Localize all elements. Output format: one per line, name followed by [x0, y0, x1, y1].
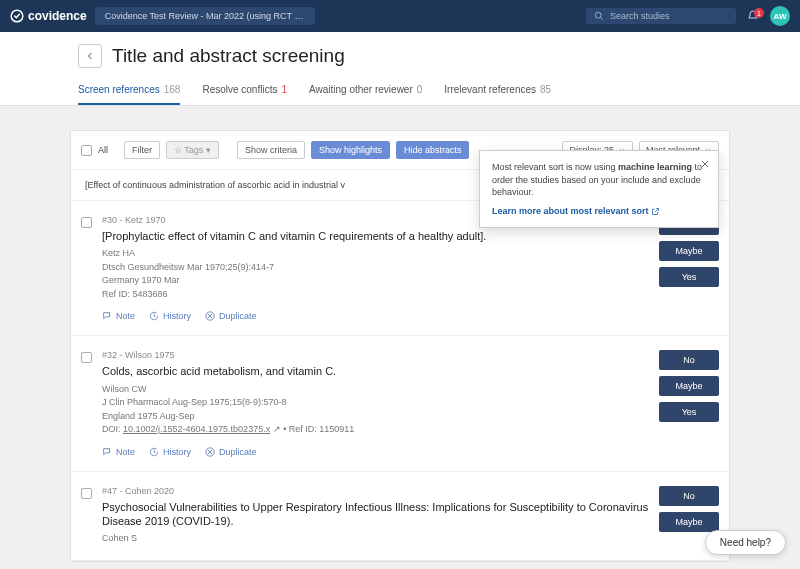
- search-placeholder: Search studies: [610, 11, 670, 21]
- study-id: #47 - Cohen 2020: [102, 486, 649, 496]
- search-icon: [594, 11, 604, 21]
- vote-maybe-button[interactable]: Maybe: [659, 512, 719, 532]
- duplicate-icon: [205, 311, 215, 321]
- study-row: #47 - Cohen 2020Psychosocial Vulnerabili…: [71, 472, 729, 561]
- history-action[interactable]: History: [149, 311, 191, 321]
- note-icon: [102, 311, 112, 321]
- study-meta: Ketz HADtsch Gesundheitsw Mar 1970;25(9)…: [102, 247, 649, 301]
- learn-more-link[interactable]: Learn more about most relevant sort: [492, 206, 660, 216]
- truncated-study-row: [Effect of continuous administration of …: [71, 170, 729, 201]
- screening-card: All Filter ☆ Tags ▾ Show criteria Show h…: [70, 130, 730, 562]
- tab-bar: Screen references168Resolve conflicts1Aw…: [78, 78, 722, 105]
- study-title: [Prophylactic effect of vitamin C and vi…: [102, 229, 649, 243]
- vote-yes-button[interactable]: Yes: [659, 402, 719, 422]
- brand-logo[interactable]: covidence: [10, 9, 87, 23]
- history-icon: [149, 447, 159, 457]
- page-title: Title and abstract screening: [112, 45, 345, 67]
- svg-point-1: [595, 12, 601, 18]
- vote-no-button[interactable]: No: [659, 486, 719, 506]
- duplicate-action[interactable]: Duplicate: [205, 311, 257, 321]
- hide-abstracts-button[interactable]: Hide abstracts: [396, 141, 470, 159]
- filter-button[interactable]: Filter: [124, 141, 160, 159]
- svg-line-2: [600, 17, 603, 20]
- vote-column: NoMaybeYes: [659, 215, 719, 321]
- vote-yes-button[interactable]: Yes: [659, 267, 719, 287]
- duplicate-action[interactable]: Duplicate: [205, 447, 257, 457]
- all-label: All: [98, 145, 108, 155]
- search-input[interactable]: Search studies: [586, 8, 736, 24]
- history-action[interactable]: History: [149, 447, 191, 457]
- close-icon: [700, 159, 710, 169]
- tab-awaiting-other-reviewer[interactable]: Awaiting other reviewer0: [309, 78, 422, 105]
- duplicate-icon: [205, 447, 215, 457]
- notifications-button[interactable]: 1: [744, 10, 762, 22]
- avatar[interactable]: AW: [770, 6, 790, 26]
- brand-name: covidence: [28, 9, 87, 23]
- study-id: #32 - Wilson 1975: [102, 350, 649, 360]
- history-icon: [149, 311, 159, 321]
- study-title: Psychosocial Vulnerabilities to Upper Re…: [102, 500, 649, 529]
- study-checkbox[interactable]: [81, 352, 92, 363]
- tags-button[interactable]: ☆ Tags ▾: [166, 141, 219, 159]
- vote-column: NoMaybeYes: [659, 350, 719, 456]
- study-title: Colds, ascorbic acid metabolism, and vit…: [102, 364, 649, 378]
- doi-link[interactable]: 10.1002/j.1552-4604.1975.tb02375.x: [123, 424, 270, 434]
- sort-info-popover: Most relevant sort is now using machine …: [479, 150, 719, 228]
- show-criteria-button[interactable]: Show criteria: [237, 141, 305, 159]
- note-icon: [102, 447, 112, 457]
- show-highlights-button[interactable]: Show highlights: [311, 141, 390, 159]
- logo-icon: [10, 9, 24, 23]
- tab-irrelevant-references[interactable]: Irrelevant references85: [444, 78, 551, 105]
- vote-maybe-button[interactable]: Maybe: [659, 376, 719, 396]
- back-button[interactable]: [78, 44, 102, 68]
- select-all-checkbox[interactable]: [81, 145, 92, 156]
- page-header: Title and abstract screening Screen refe…: [0, 32, 800, 106]
- close-popover-button[interactable]: [700, 159, 710, 173]
- note-action[interactable]: Note: [102, 447, 135, 457]
- study-checkbox[interactable]: [81, 217, 92, 228]
- external-link-icon: [651, 207, 660, 216]
- study-actions: NoteHistoryDuplicate: [102, 447, 649, 457]
- study-meta: Wilson CWJ Clin Pharmacol Aug-Sep 1975;1…: [102, 383, 649, 437]
- notif-badge: 1: [754, 8, 764, 18]
- study-checkbox[interactable]: [81, 488, 92, 499]
- arrow-left-icon: [84, 50, 96, 62]
- study-meta: Cohen S: [102, 532, 649, 546]
- help-button[interactable]: Need help?: [705, 530, 786, 555]
- tab-resolve-conflicts[interactable]: Resolve conflicts1: [202, 78, 287, 105]
- vote-no-button[interactable]: No: [659, 350, 719, 370]
- vote-maybe-button[interactable]: Maybe: [659, 241, 719, 261]
- study-actions: NoteHistoryDuplicate: [102, 311, 649, 321]
- top-navbar: covidence Covidence Test Review - Mar 20…: [0, 0, 800, 32]
- note-action[interactable]: Note: [102, 311, 135, 321]
- study-row: #32 - Wilson 1975Colds, ascorbic acid me…: [71, 336, 729, 471]
- tab-screen-references[interactable]: Screen references168: [78, 78, 180, 105]
- project-selector[interactable]: Covidence Test Review - Mar 2022 (using …: [95, 7, 315, 25]
